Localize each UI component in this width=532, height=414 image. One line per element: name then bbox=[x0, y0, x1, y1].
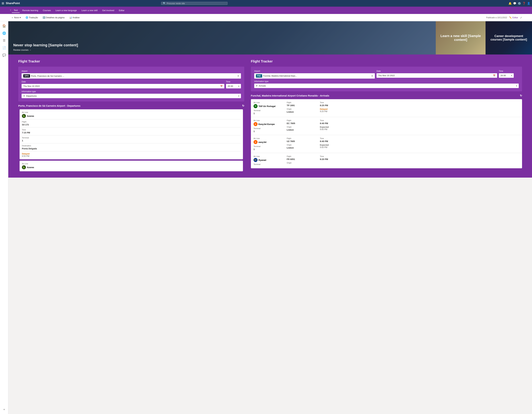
flight-label-fc1: Flight bbox=[22, 121, 241, 123]
refresh-icon-left[interactable]: ↻ bbox=[242, 104, 244, 107]
nav-item-test[interactable]: Test bbox=[12, 8, 20, 13]
flight-value-fc1: S4 173 bbox=[22, 123, 241, 126]
hero-left-link[interactable]: Review courses → bbox=[13, 49, 431, 51]
status-r2: Expected bbox=[320, 126, 342, 128]
refresh-icon-right[interactable]: ↻ bbox=[520, 94, 522, 97]
sidebar-chat-icon[interactable]: 💬 bbox=[1, 52, 7, 58]
nav-item-courses[interactable]: Courses bbox=[41, 8, 53, 13]
top-bar-icons: 🔔 💬 ⚙️ ❓ 👤 bbox=[508, 2, 530, 5]
time-label-right: Time bbox=[499, 70, 519, 72]
origin-cell-r3: Origin Lisbon bbox=[287, 144, 317, 149]
help-icon[interactable]: ❓ bbox=[522, 2, 526, 5]
flight-cell-r3: Flight U2 7605 Origin Lisbon bbox=[287, 138, 320, 150]
airport-label-right: Airport bbox=[254, 70, 375, 72]
flight-cell-r4: Flight FR 6051 Origin bbox=[287, 155, 320, 166]
sidebar-globe-icon[interactable]: 🌐 bbox=[1, 30, 7, 36]
info-input-right[interactable]: ✈ Arrivals ▾ bbox=[254, 84, 519, 88]
status-r3: Expected bbox=[320, 144, 342, 146]
date-input-left[interactable]: Thu Nov 10 2022 📅 bbox=[22, 84, 224, 88]
airline-label-fc1: Air Line bbox=[22, 111, 241, 113]
sidebar-list-icon[interactable]: ☰ bbox=[1, 38, 7, 44]
origin-label-r2: Origin bbox=[287, 126, 317, 128]
origin-cell-r4: Origin bbox=[287, 162, 317, 164]
nav-test-icon: T bbox=[10, 9, 11, 11]
airline-name-fc2: Azores bbox=[27, 166, 34, 169]
left-results-header: Porto, Francisco de Sá Carneiro Airport … bbox=[18, 104, 244, 107]
time-label-r3: Time bbox=[320, 138, 342, 139]
chat-icon[interactable]: 💬 bbox=[513, 2, 516, 5]
info-label-left: Information type bbox=[22, 90, 241, 93]
avatar[interactable]: 👤 bbox=[527, 2, 530, 5]
time-value-left: 20:30 bbox=[228, 85, 233, 87]
search-input[interactable] bbox=[167, 2, 226, 5]
detalhes-button[interactable]: ℹ️ Detalhes da página bbox=[41, 16, 66, 20]
time-value-r2: 8:40 PM bbox=[320, 122, 342, 125]
grid-icon[interactable]: ⊞ bbox=[2, 1, 4, 5]
novo-button[interactable]: ＋ Novo ▾ bbox=[10, 15, 22, 20]
nav-item-get-involved[interactable]: Get involved bbox=[100, 8, 116, 13]
time-col-left: Time 20:30 ▾ bbox=[226, 80, 241, 88]
flight-right-panel: Flight Tracker Airport FNC Funchal, Made… bbox=[251, 59, 522, 173]
clear-airport-right[interactable]: ✕ bbox=[371, 75, 373, 77]
info-input-left[interactable]: ✈ Departures ▾ bbox=[22, 94, 241, 98]
bell-icon[interactable]: 🔔 bbox=[508, 2, 512, 5]
arrivals-icon: ✈ bbox=[256, 85, 258, 87]
airport-col-right: Airport FNC Funchal, Madeira Internation… bbox=[254, 70, 375, 79]
table-row: Air Line TP TAP Air Portugal Terminal 1 bbox=[251, 99, 522, 117]
airline-name-r2: e EasyJet Europe bbox=[254, 122, 284, 126]
left-results-title: Porto, Francisco de Sá Carneiro Airport … bbox=[18, 104, 80, 107]
time-input-left[interactable]: 20:30 ▾ bbox=[226, 84, 241, 88]
info-value-right: Arrivals bbox=[259, 85, 266, 87]
settings-icon[interactable]: ⚙️ bbox=[518, 2, 521, 5]
expand-icon[interactable]: ⤢ bbox=[520, 16, 522, 19]
origin-label-r3: Origin bbox=[287, 144, 317, 146]
time-label-left: Time bbox=[226, 80, 241, 83]
terminal-cell-r1: Terminal 1 bbox=[254, 109, 284, 115]
date-input-right[interactable]: Thu Nov 10 2022 📅 bbox=[377, 73, 497, 78]
left-sidebar: 🏠 🌐 ☰ 📄 💬 ＋ bbox=[0, 21, 8, 414]
ryanair-icon: RY bbox=[254, 158, 257, 162]
airline-label-r1: Air Line bbox=[254, 101, 284, 103]
flight-left-results: Porto, Francisco de Sá Carneiro Airport … bbox=[18, 104, 244, 171]
tap-icon: TP bbox=[254, 104, 257, 108]
status-cell-r3: Expected 9:00 PM bbox=[320, 144, 342, 148]
search-bar[interactable]: 🔍 bbox=[161, 2, 228, 5]
airport-row-left: OPO Porto, Francisco de Sá Carneiro ... … bbox=[22, 73, 241, 79]
terminal-label-r3: Terminal bbox=[254, 145, 284, 147]
nav-item-editar[interactable]: Editar bbox=[117, 8, 126, 13]
origin-value-r2: Lisbon bbox=[287, 128, 317, 131]
airport-input-left[interactable]: OPO Porto, Francisco de Sá Carneiro ... … bbox=[22, 73, 241, 79]
nav-item-remote-learning[interactable]: Remote learning bbox=[20, 8, 40, 13]
right-results-header: Funchal, Madeira International Airport C… bbox=[251, 94, 522, 97]
airline-label-fc2: Air Line bbox=[22, 163, 241, 165]
flight-results-box: Air Line TP TAP Air Portugal Terminal 1 bbox=[251, 99, 522, 168]
sidebar-doc-icon[interactable]: 📄 bbox=[1, 45, 7, 51]
clear-airport-left[interactable]: ✕ bbox=[237, 75, 239, 77]
terminal-label-r2: Terminal bbox=[254, 128, 284, 129]
plus-icon: ＋ bbox=[11, 16, 13, 19]
info-value-left: Departures bbox=[26, 95, 37, 97]
origin-value-r1: Lisbon bbox=[287, 111, 317, 113]
airline-name-r4: RY Ryanair bbox=[254, 158, 284, 162]
nav-item-new-skill[interactable]: Learn a new skill bbox=[79, 8, 100, 13]
airport-input-right[interactable]: FNC Funchal, Madeira International Airpo… bbox=[254, 73, 375, 79]
flight-label-r2: Flight bbox=[287, 119, 317, 121]
edit-button[interactable]: ✏️ Editar bbox=[509, 16, 518, 19]
time-input-right[interactable]: 20:30 ▾ bbox=[499, 73, 514, 78]
airline-name-r1: TP TAP Air Portugal bbox=[254, 104, 284, 108]
terminal-cell-r3: Terminal 1 bbox=[254, 145, 284, 150]
toolbar-right: Publicado a 10/11/2022 ✏️ Editar ⤢ bbox=[486, 16, 522, 19]
traducao-button[interactable]: 🌐 Tradução bbox=[24, 16, 39, 20]
chevron-info-left: ▾ bbox=[238, 95, 239, 97]
flight-cell-r1: Flight TP 1691 Origin Lisbon bbox=[287, 101, 320, 115]
origin-label-r1: Origin bbox=[287, 108, 317, 110]
nav-item-new-language[interactable]: Learn a new language bbox=[53, 8, 79, 13]
flight-right-widget: Airport FNC Funchal, Madeira Internation… bbox=[251, 67, 522, 91]
brand-name: SharePoint bbox=[6, 2, 20, 5]
sidebar-home-icon[interactable]: 🏠 bbox=[1, 23, 7, 29]
detalhes-label: Detalhes da página bbox=[46, 16, 65, 19]
terminal-value-r3: 1 bbox=[254, 148, 284, 150]
main-layout: 🏠 🌐 ☰ 📄 💬 ＋ Never stop learning [Sample … bbox=[0, 21, 532, 414]
analise-button[interactable]: 📊 Análise bbox=[68, 16, 81, 20]
sidebar-add-icon[interactable]: ＋ bbox=[1, 406, 7, 412]
